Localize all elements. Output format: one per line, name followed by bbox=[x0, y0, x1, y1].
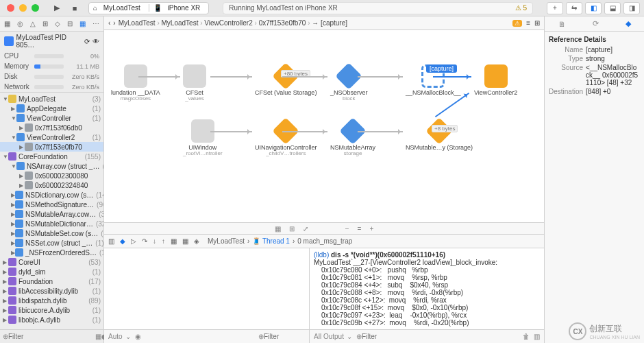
tree-node[interactable]: ▶libAccessibility.dylib(1) bbox=[0, 286, 103, 296]
vars-scope-select[interactable]: Auto ⌄ bbox=[108, 333, 131, 340]
memory-debug-icon[interactable]: ▦ bbox=[182, 237, 188, 245]
breakpoints-toggle-icon[interactable]: ◆ bbox=[120, 237, 125, 245]
graph-node[interactable]: _NSObserverblock bbox=[330, 64, 368, 102]
step-in-icon[interactable]: ↓ bbox=[153, 237, 156, 245]
adjust-icon[interactable]: ≡ bbox=[526, 19, 530, 27]
stop-button[interactable]: ■ bbox=[66, 1, 83, 15]
forward-button[interactable]: › bbox=[113, 19, 115, 27]
continue-icon[interactable]: ▷ bbox=[131, 237, 136, 245]
step-out-icon[interactable]: ↑ bbox=[162, 237, 165, 245]
issue-badge[interactable]: ⚠ bbox=[512, 20, 522, 27]
memory-graph[interactable]: lundation __DATAmagicObsesCFSet_valuesCF… bbox=[104, 30, 544, 222]
graph-node[interactable]: lundation __DATAmagicObses bbox=[111, 64, 160, 102]
graph-node[interactable]: CFSet (Value Storage) bbox=[255, 64, 317, 96]
view-debug-icon[interactable]: ▦ bbox=[171, 237, 177, 245]
scheme-selector[interactable]: ⌂ MyLoadTest 📱 iPhone XR bbox=[88, 2, 209, 14]
toggle-bottom-panel-button[interactable]: ⬓ bbox=[604, 2, 621, 14]
tree-node[interactable]: ▼MyLoadTest(3) bbox=[0, 94, 103, 104]
tree-node[interactable]: ▶libicucore.A.dylib(1) bbox=[0, 305, 103, 315]
tree-node[interactable]: ▶NSMutableDictionar…(32) bbox=[0, 219, 103, 228]
history-inspector-icon[interactable]: ⟳ bbox=[593, 19, 599, 28]
output-filter-input[interactable] bbox=[362, 333, 403, 340]
library-button[interactable]: ⇆ bbox=[566, 2, 582, 14]
tree-node[interactable]: ▶0x600002300080 bbox=[0, 171, 103, 180]
vars-eye-icon[interactable]: ◉ bbox=[135, 333, 141, 340]
console-layout-icon[interactable]: ▥ bbox=[534, 333, 540, 340]
tree-node[interactable]: ▶0x600002324840 bbox=[0, 180, 103, 190]
project-nav-icon[interactable]: ▦ bbox=[4, 20, 10, 27]
tree-node[interactable]: ▶libobjc.A.dylib(1) bbox=[0, 315, 103, 324]
add-button[interactable]: + bbox=[547, 2, 563, 14]
gauge-cpu[interactable]: CPU0% bbox=[0, 51, 103, 61]
tree-node[interactable]: ▶NSMutableArray.cow…(3) bbox=[0, 209, 103, 219]
tree-node[interactable]: ▶NSDictionary.cow (s…(14) bbox=[0, 190, 103, 200]
tree-node[interactable]: ▶CoreUI(53) bbox=[0, 257, 103, 267]
graph-node[interactable]: CFSet_values bbox=[183, 64, 206, 102]
jump-segment[interactable]: → [capture] bbox=[312, 19, 347, 27]
refresh-icon[interactable]: ⟳ bbox=[84, 38, 90, 45]
zoom-window-button[interactable] bbox=[32, 4, 39, 12]
back-button[interactable]: ‹ bbox=[108, 19, 110, 27]
find-nav-icon[interactable]: ⊞ bbox=[42, 20, 48, 27]
tree-node[interactable]: ▶AppDelegate(1) bbox=[0, 104, 103, 113]
tree-node[interactable]: ▶NSMutableSet.cow (s…(6) bbox=[0, 228, 103, 238]
zoom-out-icon[interactable]: − bbox=[345, 225, 349, 233]
hide-debug-icon[interactable]: ▥ bbox=[108, 237, 114, 245]
gauge-network[interactable]: NetworkZero KB/s bbox=[0, 82, 103, 92]
tree-node[interactable]: ▶libdispatch.dylib(89) bbox=[0, 296, 103, 305]
toggle-right-panel-button[interactable]: ◨ bbox=[623, 2, 640, 14]
filter-scope-icon[interactable]: ▦ bbox=[95, 333, 101, 340]
simulate-icon[interactable]: ◈ bbox=[194, 237, 199, 245]
close-window-button[interactable] bbox=[7, 4, 14, 12]
console-output[interactable]: (lldb) dis -s *(void**)(0x600002f51110+1… bbox=[310, 248, 544, 329]
editor-layout-icon[interactable]: ⊞ bbox=[534, 19, 540, 27]
tree-node[interactable]: ▶Foundation(17) bbox=[0, 276, 103, 286]
thread-crumb[interactable]: MyLoadTest › 🧵 Thread 1 › 0 mach_msg_tra… bbox=[208, 237, 352, 245]
layout2-icon[interactable]: ⊞ bbox=[289, 225, 295, 233]
jump-segment[interactable]: MyLoadTest bbox=[119, 19, 156, 27]
jump-bar[interactable]: ‹ › MyLoadTest › MyLoadTest › ViewContro… bbox=[104, 16, 544, 30]
filter-input[interactable] bbox=[8, 333, 95, 340]
tree-node[interactable]: ▶dyld_sim(1) bbox=[0, 267, 103, 276]
variables-view[interactable]: Auto ⌄◉⊕ bbox=[104, 248, 310, 343]
tree-node[interactable]: ▼ViewController(1) bbox=[0, 113, 103, 123]
step-over-icon[interactable]: ↷ bbox=[142, 237, 147, 245]
graph-node[interactable]: ViewController2 bbox=[474, 64, 517, 96]
jump-segment[interactable]: ViewController2 bbox=[204, 19, 252, 27]
graph-node[interactable]: NSMutableArraystorage bbox=[330, 119, 375, 156]
breakpoint-nav-icon[interactable]: ⋯ bbox=[92, 20, 99, 27]
tree-node[interactable]: ▶0x7ff153f06db0 bbox=[0, 123, 103, 132]
output-scope-select[interactable]: All Output ⌄ bbox=[314, 333, 352, 340]
tree-node[interactable]: ▼CoreFoundation(155) bbox=[0, 152, 103, 161]
clear-console-icon[interactable]: 🗑 bbox=[523, 333, 530, 340]
eye-icon[interactable]: 👁 bbox=[92, 38, 99, 45]
jump-segment[interactable]: 0x7ff153e0fb70 bbox=[259, 19, 306, 27]
tree-node[interactable]: ▼NSArray.cow (struct _…(2) bbox=[0, 161, 103, 171]
vars-filter-input[interactable] bbox=[264, 333, 305, 340]
issue-nav-icon[interactable]: ◇ bbox=[55, 20, 60, 27]
graph-node[interactable]: UINavigationController_childV…trollers bbox=[255, 119, 317, 156]
debug-memory-nav-icon[interactable]: ▦ bbox=[79, 20, 86, 27]
source-nav-icon[interactable]: ◎ bbox=[17, 20, 23, 27]
memory-inspector-icon[interactable]: ◆ bbox=[626, 19, 631, 28]
toggle-left-panel-button[interactable]: ◧ bbox=[585, 2, 602, 14]
gauge-disk[interactable]: DiskZero KB/s bbox=[0, 71, 103, 82]
minimize-window-button[interactable] bbox=[19, 4, 27, 12]
test-nav-icon[interactable]: ⊟ bbox=[67, 20, 73, 27]
zoom-in-icon[interactable]: + bbox=[369, 225, 373, 233]
run-button[interactable]: ▶ bbox=[49, 1, 65, 15]
memory-tree[interactable]: ▼MyLoadTest(3)▶AppDelegate(1)▼ViewContro… bbox=[0, 93, 103, 329]
file-inspector-icon[interactable]: 🗎 bbox=[558, 20, 566, 28]
tree-node[interactable]: ▼ViewController2(1) bbox=[0, 132, 103, 142]
warning-badge[interactable]: ⚠ 5 bbox=[515, 4, 527, 12]
layout-icon[interactable]: ▦ bbox=[275, 225, 281, 233]
expand-icon[interactable]: ⤢ bbox=[303, 225, 308, 233]
tree-node[interactable]: ▶_NSFrozenOrderedS…(1) bbox=[0, 248, 103, 257]
graph-node[interactable]: NSMutable…y (Storage) bbox=[406, 119, 473, 151]
tree-node[interactable]: ▶NSSet.cow (struct _…(1) bbox=[0, 238, 103, 248]
symbol-nav-icon[interactable]: △ bbox=[30, 20, 36, 27]
capture-badge[interactable]: [capture] bbox=[426, 64, 457, 73]
tree-node[interactable]: ▶NSMethodSignature…(96) bbox=[0, 200, 103, 209]
zoom-reset-icon[interactable]: = bbox=[358, 225, 362, 233]
tree-node[interactable]: ▶0x7ff153e0fb70 bbox=[0, 142, 103, 152]
